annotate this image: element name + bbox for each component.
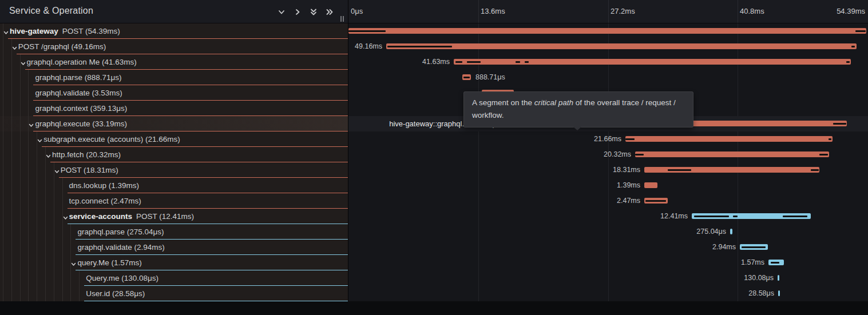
span-row-left[interactable]: http.fetch (20.32ms) (0, 147, 348, 162)
indent-guide (62, 255, 63, 270)
critical-path-segment[interactable] (783, 216, 807, 217)
chevron-down-icon[interactable] (20, 59, 26, 65)
ruler-gridline (608, 0, 609, 23)
span-row-bar[interactable]: 28.58μs (348, 286, 868, 301)
critical-path-segment[interactable] (855, 30, 866, 32)
span-duration-bar[interactable] (778, 290, 780, 296)
chevron-down-icon[interactable] (37, 136, 43, 142)
span-label: subgraph.execute (accounts) (21.66ms) (43, 131, 180, 147)
span-row-left[interactable]: graphql.operation Me (41.63ms) (0, 54, 348, 70)
bar-duration-label: 1.57ms (741, 255, 764, 270)
indent-guide (20, 178, 21, 193)
critical-path-segment[interactable] (811, 169, 819, 171)
indent-guide (3, 178, 3, 193)
span-row-left[interactable]: subgraph.execute (accounts) (21.66ms) (0, 131, 348, 147)
span-row-left[interactable]: dns.lookup (1.39ms) (0, 178, 348, 193)
span-row-bar[interactable]: 21.66ms (348, 131, 868, 147)
span-row-bar[interactable]: 1.39ms (348, 178, 868, 193)
indent-guide (20, 147, 21, 162)
span-row-left[interactable]: graphql.parse (275.04μs) (0, 224, 348, 240)
critical-path-segment[interactable] (733, 216, 738, 217)
critical-path-segment[interactable] (846, 61, 850, 63)
span-duration-bar[interactable] (635, 151, 829, 157)
indent-guide (28, 255, 29, 270)
critical-path-segment[interactable] (463, 77, 470, 78)
critical-path-segment[interactable] (455, 61, 462, 63)
span-row-left[interactable]: Query.me (130.08μs) (0, 270, 348, 286)
collapse-all-button[interactable] (309, 7, 319, 17)
critical-path-segment[interactable] (467, 61, 481, 63)
indent-guide (37, 147, 37, 162)
critical-path-segment[interactable] (829, 138, 831, 140)
span-row-bar[interactable]: 18.31ms (348, 162, 868, 178)
span-row-bar[interactable]: 130.08μs (348, 270, 868, 286)
span-duration-bar[interactable] (625, 136, 833, 142)
critical-path-segment[interactable] (645, 200, 666, 202)
span-row-left[interactable]: POST (18.31ms) (0, 162, 348, 178)
span-row-bar[interactable]: 12.41ms (348, 209, 868, 224)
span-duration-bar[interactable] (730, 229, 732, 234)
span-row-bar[interactable]: 2.47ms (348, 193, 868, 209)
chevron-down-icon[interactable] (11, 43, 18, 50)
expand-all-button[interactable] (325, 7, 335, 17)
span-row-left[interactable]: hive-gatewayPOST (54.39ms) (0, 23, 348, 39)
critical-path-segment[interactable] (819, 154, 828, 155)
chevron-down-icon[interactable] (70, 260, 77, 266)
span-row-left[interactable]: graphql.execute (33.19ms) (0, 116, 348, 131)
critical-path-segment[interactable] (668, 169, 691, 171)
span-duration-bar[interactable] (386, 43, 857, 49)
chevron-down-icon[interactable] (62, 213, 69, 220)
span-row-bar[interactable]: 1.57ms (348, 255, 868, 270)
span-row-left[interactable]: graphql.parse (888.71μs) (0, 70, 348, 85)
indent-guide (20, 162, 21, 178)
critical-path-segment[interactable] (516, 61, 520, 63)
span-row-bar[interactable]: 888.71μs (348, 70, 868, 85)
critical-path-segment[interactable] (625, 138, 635, 140)
chevron-down-icon[interactable] (54, 167, 60, 173)
span-label: http.fetch (20.32ms) (52, 147, 121, 162)
span-row-left[interactable]: graphql.context (359.13μs) (0, 101, 348, 116)
indent-guide (3, 162, 3, 178)
span-duration-bar[interactable] (644, 182, 657, 188)
critical-path-segment[interactable] (771, 262, 779, 264)
span-row-left[interactable]: query.Me (1.57ms) (0, 255, 348, 270)
span-row-left[interactable]: tcp.connect (2.47ms) (0, 193, 348, 209)
span-row-left[interactable]: POST /graphql (49.16ms) (0, 39, 348, 54)
span-duration-bar[interactable] (778, 275, 779, 281)
critical-path-segment[interactable] (635, 154, 644, 155)
span-row-bar[interactable]: 275.04μs (348, 224, 868, 240)
chevron-right-icon (293, 7, 302, 17)
span-duration-bar[interactable] (348, 28, 866, 34)
critical-path-segment[interactable] (833, 123, 846, 125)
chevron-down-icon[interactable] (3, 28, 9, 34)
span-row-bar[interactable] (348, 23, 868, 39)
critical-path-segment[interactable] (694, 216, 729, 217)
span-row-bar[interactable]: 41.63ms (348, 54, 868, 70)
critical-path-segment[interactable] (525, 61, 529, 63)
span-row-left[interactable]: service-accountsPOST (12.41ms) (0, 209, 348, 224)
span-row-left[interactable]: User.id (28.58μs) (0, 286, 348, 301)
tooltip-text: A segment on the (472, 98, 534, 107)
indent-guide (54, 209, 54, 224)
span-row-bar[interactable]: 20.32ms (348, 147, 868, 162)
ruler-gridline (478, 0, 479, 23)
span-duration-bar[interactable] (454, 59, 851, 65)
span-row-left[interactable]: graphql.validate (3.53ms) (0, 85, 348, 101)
span-row-bar[interactable]: 49.16ms (348, 39, 868, 54)
panel-divider[interactable] (348, 0, 348, 301)
critical-path-segment[interactable] (348, 30, 386, 32)
collapse-one-button[interactable] (277, 7, 287, 17)
chevron-down-icon[interactable] (28, 121, 34, 127)
indent-guide (20, 116, 21, 131)
critical-path-segment[interactable] (387, 46, 452, 47)
indent-guide (79, 286, 80, 301)
chevron-down-icon[interactable] (45, 151, 51, 158)
panel-resize-handle[interactable] (340, 14, 346, 21)
critical-path-segment[interactable] (851, 46, 855, 47)
critical-path-segment[interactable] (742, 246, 766, 248)
expand-one-button[interactable] (293, 7, 303, 17)
span-label: dns.lookup (1.39ms) (69, 178, 139, 193)
span-label: POST /graphql (49.16ms) (18, 39, 106, 54)
span-row-bar[interactable]: 2.94ms (348, 240, 868, 255)
span-row-left[interactable]: graphql.validate (2.94ms) (0, 240, 348, 255)
